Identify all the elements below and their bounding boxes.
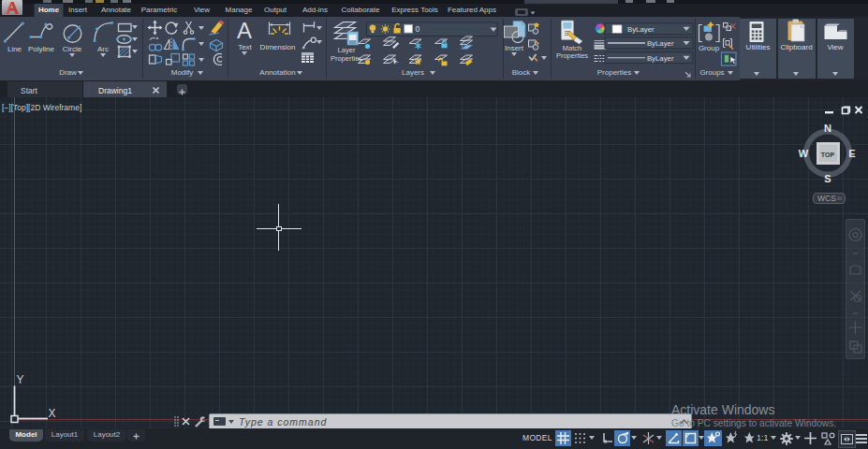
svg-text:0: 0	[416, 24, 420, 34]
svg-text:TOP: TOP	[821, 152, 835, 158]
svg-text:W: W	[799, 148, 809, 159]
svg-text:S: S	[824, 173, 831, 184]
svg-text:ByLayer: ByLayer	[647, 54, 674, 63]
svg-text:E: E	[848, 148, 855, 159]
svg-text:ByLayer: ByLayer	[627, 25, 655, 34]
svg-text:X: X	[49, 407, 56, 420]
svg-text:A: A	[237, 18, 252, 43]
svg-text:Y: Y	[17, 373, 24, 386]
svg-text:N: N	[824, 123, 831, 134]
svg-text:ByLayer: ByLayer	[647, 39, 674, 48]
